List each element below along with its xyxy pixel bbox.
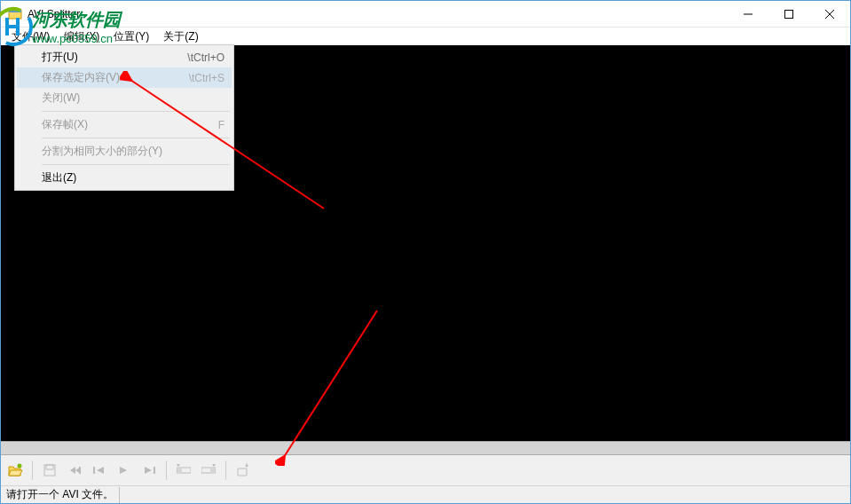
svg-rect-14 [238, 469, 247, 476]
window-title: AVI Splitter [28, 8, 728, 20]
menu-item-label: 保存选定内容(V) [42, 70, 189, 85]
open-file-button[interactable] [4, 460, 26, 481]
svg-rect-9 [79, 467, 81, 474]
menu-separator [42, 138, 230, 138]
menu-save-selection[interactable]: 保存选定内容(V) \tCtrl+S [17, 67, 232, 88]
prev-mark-button[interactable] [64, 460, 85, 481]
menu-item-label: 打开(U) [42, 50, 187, 65]
app-icon [8, 7, 22, 21]
menu-separator [42, 111, 230, 112]
menu-item-label: 分割为相同大小的部分(Y) [42, 144, 225, 159]
toolbar [1, 455, 850, 485]
split-button[interactable] [232, 460, 254, 481]
prev-frame-button[interactable] [89, 460, 110, 481]
svg-rect-8 [46, 465, 53, 469]
svg-rect-1 [9, 10, 21, 12]
svg-rect-10 [93, 467, 95, 474]
svg-rect-13 [201, 468, 216, 473]
close-button[interactable] [809, 1, 850, 28]
menu-item-label: 关闭(W) [42, 91, 225, 106]
maximize-button[interactable] [768, 1, 809, 28]
statusbar: 请打开一个 AVI 文件。 [1, 485, 850, 503]
toolbar-separator [166, 461, 167, 480]
file-menu-dropdown: 打开(U) \tCtrl+O 保存选定内容(V) \tCtrl+S 关闭(W) … [14, 44, 234, 191]
svg-rect-12 [177, 468, 191, 473]
menu-position[interactable]: 位置(Y) [106, 28, 156, 46]
mark-end-button[interactable] [198, 460, 219, 481]
menu-close[interactable]: 关闭(W) [17, 88, 232, 108]
menu-item-label: 退出(Z) [42, 170, 225, 185]
menu-save-frame[interactable]: 保存帧(X) F [17, 114, 232, 135]
timeline[interactable] [1, 441, 850, 455]
svg-rect-3 [785, 10, 793, 18]
svg-rect-11 [154, 467, 155, 474]
toolbar-separator [32, 461, 33, 480]
menu-open[interactable]: 打开(U) \tCtrl+O [17, 47, 232, 67]
menu-file[interactable]: 文件(W) [4, 28, 57, 46]
menu-item-shortcut: \tCtrl+O [187, 51, 225, 64]
menu-split-equal[interactable]: 分割为相同大小的部分(Y) [17, 141, 232, 161]
next-frame-button[interactable] [114, 460, 135, 481]
menu-item-shortcut: \tCtrl+S [189, 72, 225, 84]
mark-start-button[interactable] [173, 460, 194, 481]
menu-exit[interactable]: 退出(Z) [17, 168, 232, 188]
window-controls [728, 1, 850, 28]
titlebar: AVI Splitter [1, 1, 850, 28]
menu-separator [42, 164, 230, 165]
save-button[interactable] [39, 460, 60, 481]
toolbar-separator [225, 461, 226, 480]
menu-about[interactable]: 关于(Z) [156, 28, 205, 46]
menubar: 文件(W) 编辑(X) 位置(Y) 关于(Z) [1, 28, 850, 45]
menu-edit[interactable]: 编辑(X) [57, 28, 106, 46]
menu-item-shortcut: F [218, 119, 225, 131]
status-message: 请打开一个 AVI 文件。 [1, 487, 120, 503]
menu-item-label: 保存帧(X) [42, 117, 218, 132]
minimize-button[interactable] [728, 1, 768, 28]
next-mark-button[interactable] [138, 460, 160, 481]
